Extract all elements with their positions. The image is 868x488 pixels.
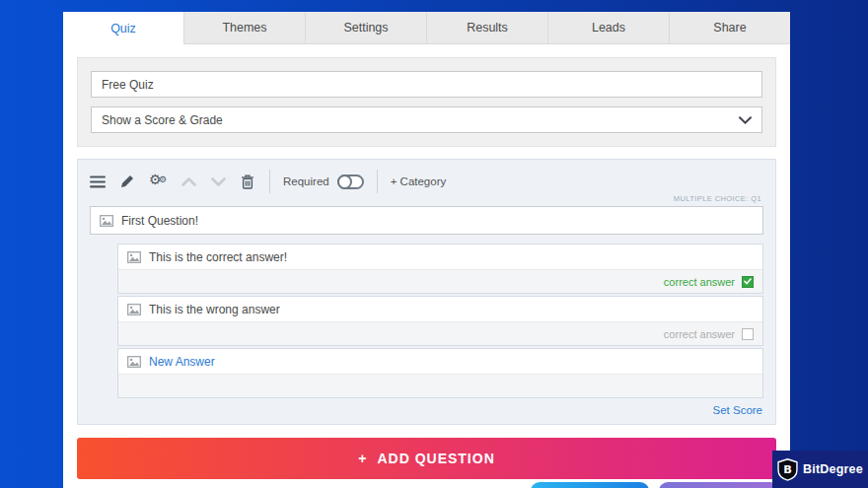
result-display-value: Show a Score & Grade [102, 113, 223, 127]
answer-footer [118, 375, 762, 397]
question-type-badge: MULTIPLE CHOICE: Q1 [90, 194, 761, 203]
set-score-link[interactable]: Set Score [90, 404, 763, 416]
answer-row-2: This is the wrong answer correct answer [117, 296, 763, 346]
answers-list: This is the correct answer! correct answ… [117, 244, 763, 398]
image-upload-icon[interactable] [127, 356, 141, 368]
tab-themes[interactable]: Themes [183, 12, 305, 44]
answer-text: This is the correct answer! [149, 250, 287, 264]
bitdegree-watermark[interactable]: B BitDegree [772, 451, 868, 488]
correct-answer-checkbox-unchecked[interactable] [742, 328, 754, 340]
question-editor: ⚙ ⚙ [77, 159, 776, 425]
tab-share[interactable]: Share [669, 12, 790, 44]
question-text: First Question! [121, 214, 198, 228]
bitdegree-logo-text: BitDegree [803, 462, 863, 476]
svg-text:B: B [783, 462, 792, 476]
tab-leads[interactable]: Leads [547, 12, 669, 44]
toolbar-divider [269, 170, 270, 193]
settings-gears-icon[interactable]: ⚙ ⚙ [149, 174, 167, 190]
correct-answer-checkbox-checked[interactable] [742, 276, 754, 288]
answer-text-input[interactable]: This is the wrong answer [118, 297, 762, 322]
answer-text-input[interactable]: This is the correct answer! [118, 244, 762, 270]
answer-footer: correct answer [118, 322, 762, 345]
tab-results[interactable]: Results [426, 12, 547, 44]
question-toolbar: ⚙ ⚙ [90, 170, 763, 193]
answer-row-new: New Answer [117, 348, 763, 398]
image-upload-icon[interactable] [127, 251, 141, 263]
new-answer-button[interactable]: New Answer [118, 349, 762, 375]
tab-settings[interactable]: Settings [305, 12, 426, 44]
edit-pencil-icon[interactable] [120, 174, 134, 188]
required-toggle[interactable] [337, 174, 364, 189]
add-question-label: ADD QUESTION [377, 451, 494, 466]
quiz-setup-section: Show a Score & Grade [77, 57, 776, 147]
drag-handle-icon[interactable] [90, 175, 106, 188]
move-up-icon[interactable] [181, 177, 196, 186]
toggle-knob [337, 174, 352, 189]
quiz-title-input[interactable] [91, 71, 762, 98]
add-question-button[interactable]: + ADD QUESTION [77, 438, 776, 479]
question-text-input[interactable]: First Question! [90, 206, 763, 235]
answer-text: This is the wrong answer [149, 303, 280, 316]
delete-trash-icon[interactable] [241, 174, 254, 189]
tab-quiz[interactable]: Quiz [63, 12, 183, 44]
tab-bar: Quiz Themes Settings Results Leads Share [63, 12, 790, 44]
required-label: Required [283, 175, 329, 187]
toolbar-divider [377, 170, 378, 193]
bitdegree-shield-icon: B [777, 457, 798, 482]
answer-footer: correct answer [118, 270, 762, 293]
bottom-action-button-cyan[interactable] [531, 482, 649, 488]
image-upload-icon[interactable] [100, 215, 113, 227]
move-down-icon[interactable] [211, 177, 226, 186]
correct-answer-label: correct answer [664, 276, 735, 288]
bottom-action-button-purple[interactable] [659, 482, 779, 488]
image-upload-icon[interactable] [127, 304, 141, 315]
answer-row-1: This is the correct answer! correct answ… [117, 244, 763, 294]
result-display-select[interactable]: Show a Score & Grade [91, 106, 762, 133]
plus-icon: + [358, 451, 367, 466]
correct-answer-label: correct answer [664, 328, 735, 340]
quiz-builder-panel: Quiz Themes Settings Results Leads Share… [63, 12, 790, 488]
checkmark-icon [744, 278, 752, 285]
page-background: Quiz Themes Settings Results Leads Share… [0, 0, 868, 488]
new-answer-label: New Answer [149, 355, 215, 369]
add-category-button[interactable]: + Category [391, 175, 447, 187]
chevron-down-icon [739, 116, 752, 124]
